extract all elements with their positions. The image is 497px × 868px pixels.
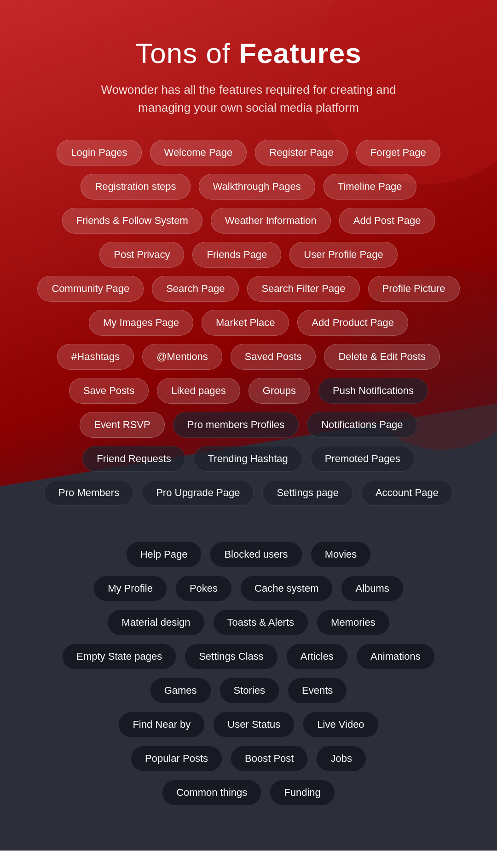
feature-tag: Registration steps	[81, 174, 190, 200]
tag-row: Pro MembersPro Upgrade PageSettings page…	[18, 480, 479, 506]
feature-tag: Liked pages	[157, 378, 240, 404]
feature-tag: Events	[288, 678, 347, 703]
title-bold: Features	[239, 37, 361, 69]
feature-tag: #Hashtags	[57, 344, 134, 370]
tag-row: Friend RequestsTrending HashtagPremoted …	[18, 446, 479, 472]
feature-tag: Find Near by	[118, 712, 205, 737]
feature-tag: Cache system	[240, 576, 333, 601]
title-area: Tons of Features Wowonder has all the fe…	[18, 37, 479, 117]
feature-tag: Settings page	[262, 480, 353, 506]
feature-tag: Funding	[270, 780, 335, 805]
feature-tag: Pokes	[175, 576, 232, 601]
feature-tag: Stories	[220, 678, 279, 703]
feature-tag: Settings Class	[185, 644, 278, 669]
tag-row: Common thingsFunding	[18, 780, 479, 805]
feature-tag: Add Product Page	[297, 310, 408, 336]
feature-tag: Movies	[311, 542, 371, 567]
feature-tag: Articles	[286, 644, 348, 669]
feature-tag: Friend Requests	[82, 446, 185, 472]
feature-tag: Toasts & Alerts	[213, 610, 309, 635]
tag-row: Post PrivacyFriends PageUser Profile Pag…	[18, 242, 479, 268]
feature-tag: Empty State pages	[62, 644, 176, 669]
tag-row: Empty State pagesSettings ClassArticlesA…	[18, 644, 479, 669]
tag-row: Registration stepsWalkthrough PagesTimel…	[18, 174, 479, 200]
feature-tag: Games	[150, 678, 211, 703]
feature-tag: Animations	[356, 644, 435, 669]
feature-tag: Profile Picture	[368, 276, 460, 302]
subtitle: Wowonder has all the features required f…	[87, 81, 410, 117]
feature-tag: Community Page	[37, 276, 144, 302]
tag-row: Community PageSearch PageSearch Filter P…	[18, 276, 479, 302]
feature-tag: @Mentions	[142, 344, 222, 370]
feature-tag: My Images Page	[89, 310, 193, 336]
tag-row: Material designToasts & AlertsMemories	[18, 610, 479, 635]
feature-tag: Post Privacy	[99, 242, 184, 268]
feature-tag: Add Post Page	[339, 208, 435, 234]
feature-tag: Push Notifications	[318, 378, 428, 404]
feature-tag: Register Page	[255, 140, 347, 166]
feature-tag: Forget Page	[356, 140, 440, 166]
feature-tag: Albums	[341, 576, 403, 601]
feature-tag: Market Place	[202, 310, 289, 336]
feature-tag: My Profile	[93, 576, 167, 601]
feature-tag: Timeline Page	[324, 174, 416, 200]
tag-row: GamesStoriesEvents	[18, 678, 479, 703]
feature-tag: Help Page	[126, 542, 202, 567]
feature-tag: User Profile Page	[289, 242, 397, 268]
feature-tag: Friends & Follow System	[62, 208, 202, 234]
feature-tag: Weather Information	[211, 208, 331, 234]
title-plain: Tons of	[135, 37, 239, 69]
tag-row: #Hashtags@MentionsSaved PostsDelete & Ed…	[18, 344, 479, 370]
tag-row: Save PostsLiked pagesGroupsPush Notifica…	[18, 378, 479, 404]
feature-tag: Pro Upgrade Page	[142, 480, 254, 506]
feature-tag: Trending Hashtag	[194, 446, 302, 472]
tag-row: Help PageBlocked usersMovies	[18, 542, 479, 567]
feature-tag: Popular Posts	[131, 746, 222, 771]
feature-tag: Premoted Pages	[311, 446, 415, 472]
feature-tag: Blocked users	[210, 542, 302, 567]
features-area: Login PagesWelcome PageRegister PageForg…	[18, 140, 479, 542]
top-section: Tons of Features Wowonder has all the fe…	[0, 0, 497, 542]
tag-row: Friends & Follow SystemWeather Informati…	[18, 208, 479, 234]
feature-tag: Material design	[107, 610, 204, 635]
tag-row: Popular PostsBoost PostJobs	[18, 746, 479, 771]
tag-row: My ProfilePokesCache systemAlbums	[18, 576, 479, 601]
feature-tag: Search Filter Page	[247, 276, 359, 302]
feature-tag: Event RSVP	[80, 412, 164, 438]
feature-tag: Save Posts	[69, 378, 149, 404]
feature-tag: Welcome Page	[150, 140, 247, 166]
feature-tag: Login Pages	[57, 140, 141, 166]
page-title: Tons of Features	[18, 37, 479, 69]
feature-tag: Saved Posts	[231, 344, 316, 370]
feature-tag: Live Video	[303, 712, 378, 737]
feature-tag: Notifications Page	[307, 412, 417, 438]
feature-tag: Jobs	[316, 746, 366, 771]
feature-tag: Delete & Edit Posts	[324, 344, 440, 370]
tag-row: My Images PageMarket PlaceAdd Product Pa…	[18, 310, 479, 336]
feature-tag: Pro members Profiles	[173, 412, 299, 438]
bottom-section: Help PageBlocked usersMoviesMy ProfilePo…	[0, 542, 497, 851]
tag-row: Login PagesWelcome PageRegister PageForg…	[18, 140, 479, 166]
feature-tag: Groups	[248, 378, 310, 404]
feature-tag: Account Page	[361, 480, 453, 506]
feature-tag: Boost Post	[231, 746, 308, 771]
feature-tag: Pro Members	[44, 480, 133, 506]
tag-row: Event RSVPPro members ProfilesNotificati…	[18, 412, 479, 438]
feature-tag: Search Page	[152, 276, 239, 302]
tag-row: Find Near byUser StatusLive Video	[18, 712, 479, 737]
page-wrapper: Tons of Features Wowonder has all the fe…	[0, 0, 497, 868]
feature-tag: Friends Page	[192, 242, 281, 268]
feature-tag: Memories	[317, 610, 390, 635]
feature-tag: Walkthrough Pages	[199, 174, 315, 200]
feature-tag: Common things	[162, 780, 261, 805]
feature-tag: User Status	[213, 712, 295, 737]
